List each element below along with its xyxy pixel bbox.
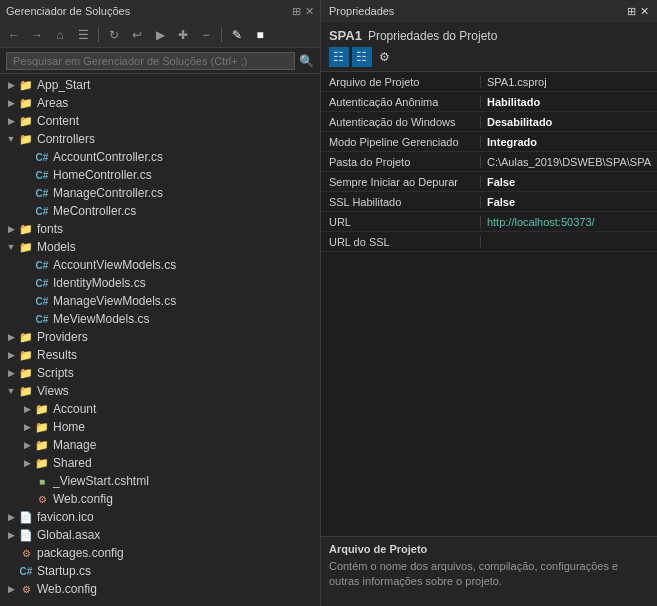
tree-item-homecontroller[interactable]: C#HomeController.cs [0,166,320,184]
folder-icon: 📁 [18,365,34,381]
tree-item-label: Home [53,420,85,434]
props-pin-icon[interactable]: ⊞ [627,5,636,18]
close-panel-icon[interactable]: ✕ [305,5,314,18]
tree-item-areas[interactable]: ▶📁Areas [0,94,320,112]
prop-name-cell: SSL Habilitado [321,196,481,208]
props-toolbar: ☷ ☷ ⚙ [329,47,649,67]
properties-panel: Propriedades ⊞ ✕ SPA1 Propriedades do Pr… [321,0,657,606]
tree-item-meviewmodels[interactable]: C#MeViewModels.cs [0,310,320,328]
folder-icon: 📁 [18,239,34,255]
folder-icon: 📁 [18,131,34,147]
tree-item-accountviewmodels[interactable]: C#AccountViewModels.cs [0,256,320,274]
tree-item-identitymodels[interactable]: C#IdentityModels.cs [0,274,320,292]
expand-button[interactable]: ✚ [173,25,193,45]
refresh-button[interactable]: ↻ [104,25,124,45]
tree-item-scripts[interactable]: ▶📁Scripts [0,364,320,382]
tree-item-app_start[interactable]: ▶📁App_Start [0,76,320,94]
tree-item-label: Startup.cs [37,564,91,578]
tree-item-controllers[interactable]: ▼📁Controllers [0,130,320,148]
tree-item-fonts[interactable]: ▶📁fonts [0,220,320,238]
arrow-icon: ▶ [4,584,18,594]
tree-item-models[interactable]: ▼📁Models [0,238,320,256]
tree-item-webconfig[interactable]: ▶⚙Web.config [0,580,320,598]
search-input[interactable] [6,52,295,70]
run-button[interactable]: ▶ [150,25,170,45]
tree-item-label: Web.config [53,492,113,506]
tree-item-mecontroller[interactable]: C#MeController.cs [0,202,320,220]
folder-icon: 📁 [34,419,50,435]
tree-item-label: ManageController.cs [53,186,163,200]
cs-file-icon: C# [34,203,50,219]
prop-row[interactable]: URL do SSL [321,232,657,252]
file-icon: 📄 [18,527,34,543]
tree-item-results[interactable]: ▶📁Results [0,346,320,364]
arrow-icon: ▶ [4,80,18,90]
panel-title: Gerenciador de Soluções [6,5,130,17]
tree-item-views[interactable]: ▼📁Views [0,382,320,400]
props-sort-button[interactable]: ☷ [329,47,349,67]
tree-item-content[interactable]: ▶📁Content [0,112,320,130]
prop-value-cell: http://localhost:50373/ [481,216,657,228]
arrow-icon: ▶ [4,350,18,360]
forward-button[interactable]: → [27,25,47,45]
tree-item-manage[interactable]: ▶📁Manage [0,436,320,454]
undo-button[interactable]: ↩ [127,25,147,45]
props-close-icon[interactable]: ✕ [640,5,649,18]
prop-row[interactable]: Autenticação do WindowsDesabilitado [321,112,657,132]
prop-row[interactable]: SSL HabilitadoFalse [321,192,657,212]
arrow-icon: ▶ [4,224,18,234]
cs-file-icon: C# [34,185,50,201]
cs-file-icon: C# [34,149,50,165]
separator2 [221,28,222,42]
prop-row[interactable]: Pasta do ProjetoC:\Aulas_2019\DSWEB\SPA\… [321,152,657,172]
arrow-icon: ▼ [4,386,18,396]
tree-item-viewstart[interactable]: ■_ViewStart.cshtml [0,472,320,490]
tree-item-label: Web.config [37,582,97,596]
prop-row[interactable]: Sempre Iniciar ao DepurarFalse [321,172,657,192]
pin-icon[interactable]: ⊞ [292,5,301,18]
menu-button[interactable]: ☰ [73,25,93,45]
tree-item-packages_config[interactable]: ⚙packages.config [0,544,320,562]
cs-file-icon: C# [18,563,34,579]
tree-item-manageviewmodels[interactable]: C#ManageViewModels.cs [0,292,320,310]
props-page-button[interactable]: ⚙ [375,47,395,67]
tree-item-providers[interactable]: ▶📁Providers [0,328,320,346]
prop-row[interactable]: Autenticação AnônimaHabilitado [321,92,657,112]
tree-item-account[interactable]: ▶📁Account [0,400,320,418]
back-button[interactable]: ← [4,25,24,45]
tree-item-webconfig_views[interactable]: ⚙Web.config [0,490,320,508]
tree-item-label: Controllers [37,132,95,146]
tree-item-label: ManageViewModels.cs [53,294,176,308]
edit-button[interactable]: ✎ [227,25,247,45]
tree-item-favicon[interactable]: ▶📄favicon.ico [0,508,320,526]
collapse-button[interactable]: − [196,25,216,45]
search-icon: 🔍 [299,54,314,68]
arrow-icon: ▶ [4,512,18,522]
props-category-button[interactable]: ☷ [352,47,372,67]
tree-item-global_asax[interactable]: ▶📄Global.asax [0,526,320,544]
prop-name-cell: Arquivo de Projeto [321,76,481,88]
tree-item-startup[interactable]: C#Startup.cs [0,562,320,580]
folder-icon: 📁 [18,221,34,237]
arrow-icon: ▶ [4,332,18,342]
tree-item-home[interactable]: ▶📁Home [0,418,320,436]
solution-toolbar: ← → ⌂ ☰ ↻ ↩ ▶ ✚ − ✎ ■ [0,22,320,48]
cs-file-icon: C# [34,167,50,183]
arrow-icon: ▶ [20,422,34,432]
arrow-icon: ▶ [4,116,18,126]
solution-explorer-panel: Gerenciador de Soluções ⊞ ✕ ← → ⌂ ☰ ↻ ↩ … [0,0,321,606]
props-panel-title: Propriedades [329,5,394,17]
props-heading-row: SPA1 Propriedades do Projeto [329,28,649,47]
prop-row[interactable]: Arquivo de ProjetoSPA1.csproj [321,72,657,92]
tree-item-managecontroller[interactable]: C#ManageController.cs [0,184,320,202]
prop-row[interactable]: URLhttp://localhost:50373/ [321,212,657,232]
prop-row[interactable]: Modo Pipeline GerenciadoIntegrado [321,132,657,152]
tree-item-shared[interactable]: ▶📁Shared [0,454,320,472]
tree-item-accountcontroller[interactable]: C#AccountController.cs [0,148,320,166]
razor-file-icon: ■ [34,473,50,489]
settings-button[interactable]: ■ [250,25,270,45]
home-button[interactable]: ⌂ [50,25,70,45]
solution-tree: ▶📁App_Start▶📁Areas▶📁Content▼📁Controllers… [0,74,320,606]
arrow-icon: ▶ [20,458,34,468]
config-file-icon: ⚙ [18,581,34,597]
